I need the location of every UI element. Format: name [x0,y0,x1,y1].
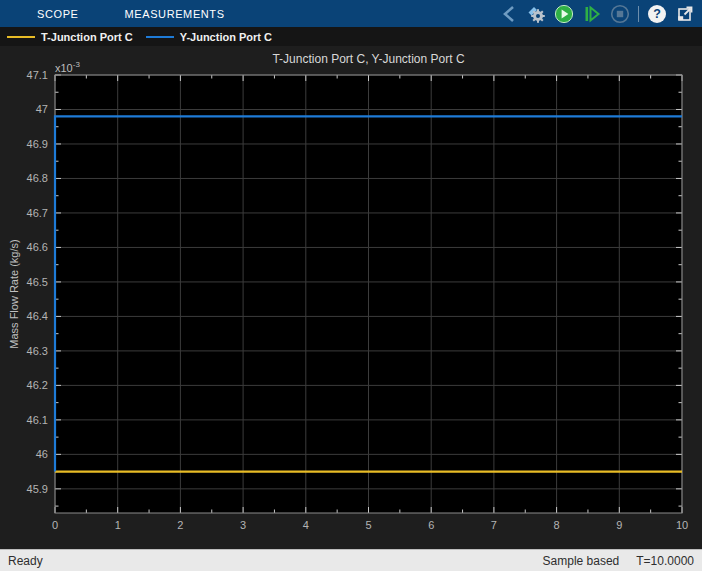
y-tick-label: 46.5 [27,276,48,288]
step-forward-icon[interactable] [582,4,602,24]
scope-window: SCOPE MEASUREMENTS [0,0,702,571]
legend-swatch-blue [146,36,174,38]
plot-svg: 01234567891045.94646.146.246.346.446.546… [0,46,702,549]
y-tick-label: 46.1 [27,414,48,426]
x-tick-label: 9 [616,519,622,531]
legend-swatch-yellow [7,36,35,38]
y-tick-label: 46.2 [27,379,48,391]
y-axis-label: Mass Flow Rate (kg/s) [8,239,20,348]
pop-out-icon[interactable] [675,4,695,24]
x-tick-label: 2 [177,519,183,531]
x-tick-label: 7 [491,519,497,531]
legend-item-y-junction[interactable]: Y-Junction Port C [146,31,272,43]
sample-mode-text: Sample based [543,554,620,568]
x-tick-label: 4 [303,519,309,531]
toolstrip-tabs: SCOPE MEASUREMENTS [0,8,225,20]
y-tick-label: 46.8 [27,172,48,184]
plot-title: T-Junction Port C, Y-Junction Port C [55,52,682,66]
stop-icon[interactable] [610,4,630,24]
svg-text:?: ? [653,7,661,21]
tab-measurements[interactable]: MEASUREMENTS [125,8,225,20]
toolstrip: SCOPE MEASUREMENTS [0,0,702,27]
legend-bar: T-Junction Port C Y-Junction Port C [0,27,702,46]
legend-label: T-Junction Port C [41,31,133,43]
legend-item-t-junction[interactable]: T-Junction Port C [7,31,133,43]
y-tick-label: 47.1 [27,69,48,81]
run-icon[interactable] [554,4,574,24]
x-tick-label: 1 [115,519,121,531]
y-tick-label: 47 [36,103,48,115]
figure-area: 01234567891045.94646.146.246.346.446.546… [0,46,702,549]
status-bar: Ready Sample based T=10.0000 [0,549,702,571]
x-tick-label: 10 [676,519,688,531]
x-tick-label: 3 [240,519,246,531]
y-tick-label: 46 [36,448,48,460]
tab-scope[interactable]: SCOPE [37,8,79,20]
x-tick-label: 0 [52,519,58,531]
y-tick-label: 45.9 [27,483,48,495]
x-tick-label: 6 [428,519,434,531]
legend-label: Y-Junction Port C [180,31,272,43]
toolbar-divider [638,6,639,22]
x-tick-label: 5 [365,519,371,531]
y-axis-exponent: x10-3 [55,60,80,74]
sim-time-text: T=10.0000 [636,554,694,568]
toolstrip-buttons: ? [498,0,695,27]
y-tick-label: 46.3 [27,345,48,357]
y-tick-label: 46.4 [27,310,48,322]
settings-gear-icon[interactable] [526,4,546,24]
help-icon[interactable]: ? [647,4,667,24]
y-tick-label: 46.9 [27,138,48,150]
status-text: Ready [8,554,43,568]
x-tick-label: 8 [554,519,560,531]
y-tick-label: 46.7 [27,207,48,219]
y-tick-label: 46.6 [27,241,48,253]
collapse-toolstrip-icon[interactable] [498,4,518,24]
